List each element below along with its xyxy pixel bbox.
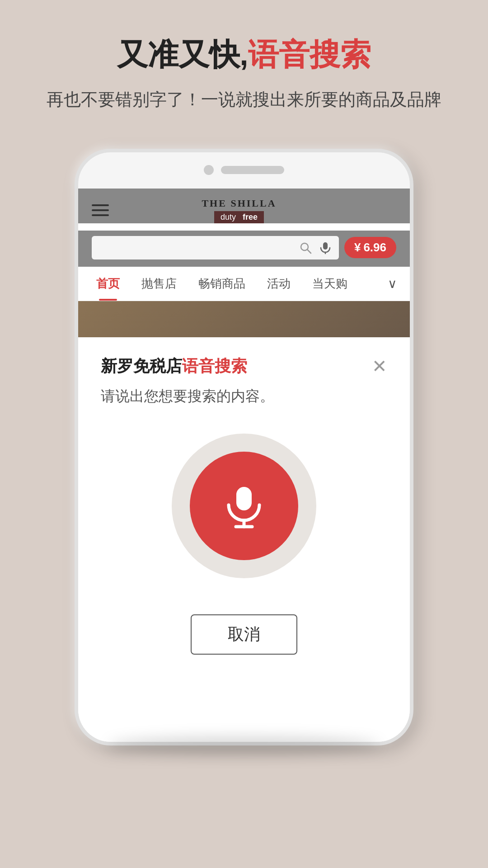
tab-events[interactable]: 活动 (256, 267, 301, 301)
voice-modal-title-part2: 语音搜索 (182, 357, 247, 375)
balance-value: 6.96 (363, 241, 386, 255)
svg-point-0 (301, 243, 308, 250)
balance-badge: ¥ 6.96 (344, 237, 396, 258)
svg-line-1 (307, 250, 311, 253)
title-part2: 语音搜索 (248, 37, 371, 71)
voice-modal-title-part1: 新罗免税店 (101, 357, 182, 375)
phone-camera (204, 165, 214, 175)
page-header: 又准又快,语音搜索 再也不要错别字了！一说就搜出来所要的商品及品牌 (0, 0, 488, 131)
search-input-area[interactable] (92, 236, 339, 259)
tab-outlet[interactable]: 抛售店 (131, 267, 188, 301)
cancel-button[interactable]: 取消 (191, 614, 297, 655)
voice-search-modal: 新罗免税店语音搜索 ✕ 请说出您想要搜索的内容。 (78, 337, 410, 682)
svg-rect-4 (236, 487, 252, 510)
voice-modal-header: 新罗免税店语音搜索 ✕ (78, 337, 410, 387)
cancel-button-area: 取消 (78, 605, 410, 682)
phone-mockup: THE SHILLA duty free (75, 149, 413, 745)
brand-tag: duty free (214, 211, 264, 223)
mic-icon-small[interactable] (319, 241, 332, 254)
brand-free: free (243, 212, 258, 222)
app-content: THE SHILLA duty free (78, 189, 410, 742)
title-part1: 又准又快, (117, 37, 249, 71)
search-bar: ¥ 6.96 (78, 231, 410, 267)
mic-button[interactable] (190, 452, 298, 560)
nav-more-icon[interactable]: ∨ (382, 267, 403, 300)
voice-modal-title: 新罗免税店语音搜索 (101, 355, 247, 377)
nav-tabs: 首页 抛售店 畅销商品 活动 当天购 ∨ (78, 267, 410, 301)
phone-shell: THE SHILLA duty free (75, 149, 413, 745)
brand-duty: duty (221, 212, 236, 222)
mic-icon-large (221, 483, 267, 528)
tab-bestseller[interactable]: 畅销商品 (188, 267, 256, 301)
mic-outer-circle (172, 434, 316, 578)
subtitle: 再也不要错别字了！一说就搜出来所要的商品及品牌 (27, 87, 461, 113)
app-header-top: THE SHILLA duty free (92, 198, 396, 223)
close-button[interactable]: ✕ (372, 357, 387, 375)
hamburger-menu[interactable] (92, 204, 109, 216)
search-icon (299, 241, 312, 254)
voice-modal-subtitle: 请说出您想要搜索的内容。 (78, 387, 410, 425)
brand-name: THE SHILLA (202, 198, 276, 209)
brand-logo: THE SHILLA duty free (202, 198, 276, 223)
tab-home[interactable]: 首页 (85, 267, 131, 301)
phone-top-bar (204, 165, 284, 175)
phone-speaker (221, 166, 284, 174)
balance-symbol: ¥ (354, 241, 361, 255)
phone-shadow (108, 736, 380, 755)
app-header: THE SHILLA duty free (78, 189, 410, 223)
app-background-area (78, 301, 410, 337)
tab-today[interactable]: 当天购 (301, 267, 358, 301)
svg-rect-2 (323, 242, 328, 250)
main-title: 又准又快,语音搜索 (27, 36, 461, 73)
